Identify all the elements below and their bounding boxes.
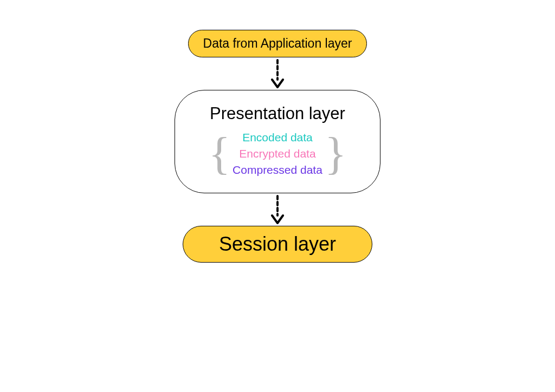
encoded-data-item: Encoded data: [233, 131, 322, 144]
encrypted-data-item: Encrypted data: [233, 147, 322, 160]
arrow-down-1: [269, 57, 286, 90]
presentation-layer-box: Presentation layer { Encoded data Encryp…: [175, 90, 380, 193]
arrow-down-2: [269, 193, 286, 226]
presentation-layer-title: Presentation layer: [186, 104, 369, 123]
left-brace-icon: {: [209, 134, 230, 173]
application-layer-label: Data from Application layer: [203, 36, 352, 50]
session-layer-box: Session layer: [183, 226, 372, 263]
presentation-items: Encoded data Encrypted data Compressed d…: [233, 131, 322, 177]
right-brace-icon: }: [325, 134, 346, 173]
application-layer-box: Data from Application layer: [188, 30, 367, 57]
brace-content: { Encoded data Encrypted data Compressed…: [186, 131, 369, 177]
arrow-down-icon: [269, 59, 286, 88]
session-layer-label: Session layer: [219, 233, 336, 255]
arrow-down-icon: [269, 195, 286, 224]
compressed-data-item: Compressed data: [233, 164, 322, 177]
